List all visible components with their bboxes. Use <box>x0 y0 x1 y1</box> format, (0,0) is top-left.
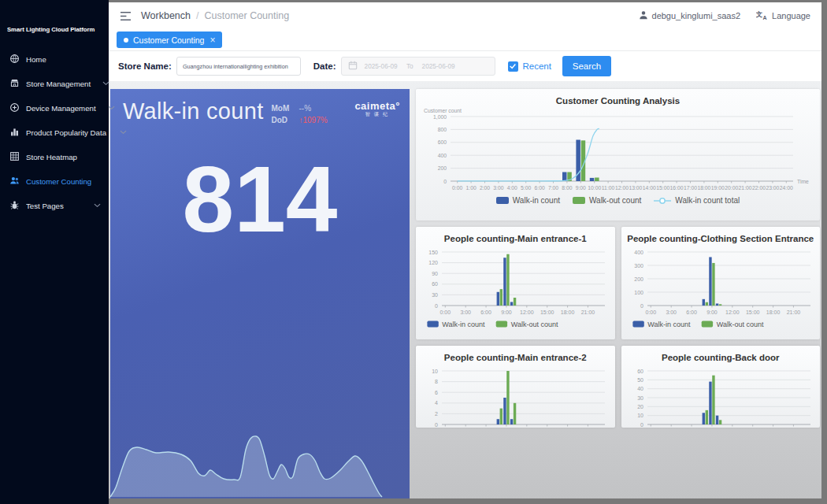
svg-text:0:00: 0:00 <box>440 309 451 315</box>
search-button[interactable]: Search <box>562 56 611 76</box>
legend-swatch <box>701 321 712 327</box>
topbar: Workbench / Customer Counting debgu_king… <box>109 2 821 29</box>
legend-label: Walk-in count total <box>675 196 740 205</box>
svg-text:12:00: 12:00 <box>520 309 534 315</box>
svg-text:6:00: 6:00 <box>534 185 544 191</box>
svg-text:24:00: 24:00 <box>780 185 793 191</box>
legend-label: Walk-in count <box>442 321 484 328</box>
clothing-section-entrance-legend[interactable]: Walk-in countWalk-out count <box>621 321 800 328</box>
language-switcher[interactable]: 文A Language <box>756 10 810 22</box>
breadcrumb: Workbench / Customer Counting <box>141 10 289 21</box>
walkin-sparkline-chart <box>110 402 410 498</box>
tab-label: Customer Counting <box>133 35 204 45</box>
sidebar-item-store-management[interactable]: Store Management <box>0 71 109 95</box>
svg-text:400: 400 <box>634 250 643 255</box>
svg-text:0: 0 <box>435 422 438 428</box>
legend-swatch <box>496 197 509 204</box>
svg-text:10:00: 10:00 <box>588 185 601 191</box>
tab-close-icon[interactable]: × <box>210 35 215 45</box>
legend-label: Walk-out count <box>511 321 558 328</box>
user-icon <box>639 10 648 21</box>
svg-text:22:00: 22:00 <box>752 185 766 191</box>
charts-column: Customer Counting Analysis 0200400600800… <box>416 89 820 498</box>
sidebar-item-home[interactable]: Home <box>0 46 109 71</box>
svg-text:0:00: 0:00 <box>452 185 462 191</box>
svg-text:30: 30 <box>637 395 643 401</box>
svg-text:18:00: 18:00 <box>766 309 780 315</box>
svg-text:0: 0 <box>443 179 447 184</box>
main-entrance-2-card: People counting-Main entrance-2 02468100… <box>416 346 615 428</box>
sidebar-item-store-heatmap[interactable]: Store Heatmap <box>0 144 109 169</box>
svg-text:14:00: 14:00 <box>643 185 656 191</box>
bar-chart-icon <box>9 127 20 137</box>
language-label: Language <box>772 11 810 20</box>
store-name-label: Store Name: <box>118 61 172 71</box>
svg-text:17:00: 17:00 <box>684 185 697 191</box>
recent-checkbox[interactable] <box>508 61 518 72</box>
main-entrance-1-legend[interactable]: Walk-in countWalk-out count <box>416 321 595 328</box>
svg-text:3:00: 3:00 <box>460 309 471 315</box>
svg-text:21:00: 21:00 <box>786 309 800 315</box>
store-name-select[interactable]: Guangzhou internationallighting exhibiti… <box>176 57 301 76</box>
svg-text:4:00: 4:00 <box>507 185 517 191</box>
legend-item[interactable]: Walk-in count total <box>654 196 740 205</box>
customer-counting-analysis-card: Customer Counting Analysis 0200400600800… <box>416 89 820 220</box>
svg-text:15:00: 15:00 <box>540 309 554 315</box>
svg-text:18:00: 18:00 <box>561 309 575 315</box>
sidebar-item-test-pages[interactable]: Test Pages <box>0 193 109 217</box>
walkin-panel-stats: MoM --% DoD ↑1097% <box>272 103 328 126</box>
svg-text:6: 6 <box>435 390 438 395</box>
svg-text:Time: Time <box>797 179 809 184</box>
mom-label: MoM <box>272 103 292 115</box>
svg-text:21:00: 21:00 <box>581 309 595 315</box>
svg-text:7:00: 7:00 <box>548 185 558 191</box>
main-entrance-1-chart: 03060901201500:003:006:009:0012:0015:001… <box>418 246 612 318</box>
legend-item[interactable]: Walk-in count <box>632 321 690 328</box>
sidebar-item-device-management[interactable]: Device Management <box>0 95 109 120</box>
svg-text:1:00: 1:00 <box>465 185 476 191</box>
legend-label: Walk-in count <box>647 321 690 328</box>
legend-item[interactable]: Walk-out count <box>573 196 641 205</box>
legend-item[interactable]: Walk-in count <box>427 321 484 328</box>
svg-text:10: 10 <box>432 369 438 374</box>
breadcrumb-workbench[interactable]: Workbench <box>141 10 191 21</box>
sidebar: Smart Lighting Cloud Platform Home Store… <box>0 0 109 504</box>
svg-text:40: 40 <box>637 386 643 391</box>
date-range-input[interactable]: 2025-06-09 To 2025-06-09 <box>341 57 495 76</box>
svg-text:5:00: 5:00 <box>521 185 531 191</box>
legend-item[interactable]: Walk-out count <box>496 321 558 328</box>
recent-label: Recent <box>523 61 551 71</box>
legend-swatch <box>496 321 507 327</box>
svg-text:600: 600 <box>438 139 447 145</box>
collapse-sidebar-icon[interactable] <box>120 11 132 21</box>
svg-text:1,000: 1,000 <box>433 114 447 120</box>
username: debgu_kinglumi_saas2 <box>652 11 741 20</box>
legend-item[interactable]: Walk-out count <box>701 321 763 328</box>
svg-text:文: 文 <box>756 10 762 18</box>
sidebar-item-product-popularity-data[interactable]: Product Popularity Data <box>0 120 109 144</box>
walkin-count-panel: Walk-in count MoM --% DoD ↑1097% caimeta… <box>110 89 410 498</box>
svg-text:30: 30 <box>432 292 438 298</box>
svg-text:0: 0 <box>640 422 643 428</box>
breadcrumb-customer-counting: Customer Counting <box>204 10 289 21</box>
svg-text:13:00: 13:00 <box>629 185 642 191</box>
tab-customer-counting[interactable]: Customer Counting × <box>117 32 222 48</box>
grid-icon <box>9 151 20 161</box>
svg-text:15:00: 15:00 <box>656 185 669 191</box>
user-menu[interactable]: debgu_kinglumi_saas2 <box>639 10 741 21</box>
back-door-card: People counting-Back door 01020304050600… <box>621 346 821 428</box>
analysis-legend[interactable]: Walk-in countWalk-out countWalk-in count… <box>416 196 820 205</box>
legend-label: Walk-out count <box>589 196 641 205</box>
svg-text:0: 0 <box>435 303 438 309</box>
svg-text:23:00: 23:00 <box>766 185 779 191</box>
legend-swatch <box>427 321 438 327</box>
svg-text:12:00: 12:00 <box>725 309 740 315</box>
sidebar-item-customer-counting[interactable]: Customer Counting <box>0 169 109 193</box>
svg-text:9:00: 9:00 <box>576 185 586 191</box>
recent-checkbox-group[interactable]: Recent <box>508 61 551 72</box>
legend-item[interactable]: Walk-in count <box>496 196 560 205</box>
date-to-value: 2025-06-09 <box>422 62 455 69</box>
svg-text:50: 50 <box>637 377 643 383</box>
breadcrumb-separator: / <box>196 10 198 21</box>
svg-text:0: 0 <box>640 303 643 309</box>
